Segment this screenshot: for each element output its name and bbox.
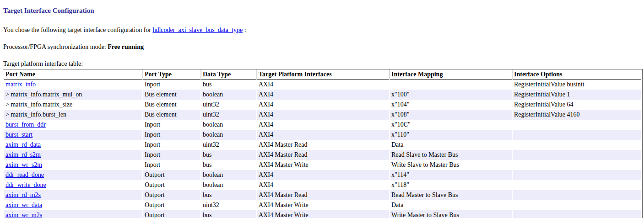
data-type-cell: bus bbox=[201, 80, 256, 90]
data-type-cell: uint32 bbox=[201, 200, 256, 210]
port-name-link[interactable]: axim_rd_s2m bbox=[5, 151, 41, 158]
intro-suffix: : bbox=[243, 27, 246, 33]
interface-mapping-cell: Read Slave to Master Bus bbox=[390, 150, 512, 160]
interface-options-cell: RegisterInitialValue businit bbox=[513, 80, 641, 90]
port-name-cell: axim_rd_data bbox=[4, 140, 142, 150]
target-platform-interface-cell: AXI4 bbox=[257, 180, 389, 190]
table-row: axim_rd_s2mInportbusAXI4 Master ReadRead… bbox=[4, 150, 641, 160]
sync-mode-line: Processor/FPGA synchronization mode: Fre… bbox=[3, 43, 643, 51]
interface-mapping-cell: Data bbox=[390, 200, 512, 210]
data-type-cell: boolean bbox=[201, 130, 256, 140]
port-name-link[interactable]: axim_wr_s2m bbox=[5, 161, 42, 168]
interface-options-cell bbox=[513, 150, 641, 160]
column-header-interface-options: Interface Options bbox=[513, 69, 641, 80]
target-platform-interface-cell: AXI4 Master Read bbox=[257, 140, 389, 150]
port-name-link[interactable]: axim_wr_m2s bbox=[5, 212, 42, 218]
port-name-link[interactable]: ddr_write_done bbox=[5, 181, 46, 188]
interface-mapping-cell: Read Master to Slave Bus bbox=[390, 190, 512, 200]
port-name-cell: axim_rd_s2m bbox=[4, 150, 142, 160]
target-platform-interface-table: Port NamePort TypeData TypeTarget Platfo… bbox=[3, 69, 643, 218]
port-name-link[interactable]: burst_from_ddr bbox=[5, 121, 46, 128]
data-type-cell: boolean bbox=[201, 90, 256, 100]
data-type-cell: uint32 bbox=[201, 100, 256, 110]
interface-mapping-cell: Data bbox=[390, 140, 512, 150]
port-name-link[interactable]: ddr_read_done bbox=[5, 171, 44, 178]
page-title: Target Interface Configuration bbox=[3, 7, 643, 15]
table-row: matrix_infoInportbusAXI4RegisterInitialV… bbox=[4, 80, 641, 90]
table-row: > matrix_info.matrix_sizeBus elementuint… bbox=[4, 100, 641, 110]
port-type-cell: Outport bbox=[143, 190, 200, 200]
target-platform-interface-cell: AXI4 bbox=[257, 120, 389, 130]
port-name-cell: burst_from_ddr bbox=[4, 120, 142, 130]
port-type-cell: Inport bbox=[143, 120, 200, 130]
interface-options-cell bbox=[513, 200, 641, 210]
data-type-cell: boolean bbox=[201, 120, 256, 130]
port-name-link[interactable]: axim_wr_data bbox=[5, 202, 42, 208]
intro-line: You chose the following target interface… bbox=[3, 27, 643, 34]
interface-options-cell bbox=[513, 140, 641, 150]
interface-options-cell bbox=[513, 180, 641, 190]
table-row: axim_rd_dataInportuint32AXI4 Master Read… bbox=[4, 140, 641, 150]
port-type-cell: Inport bbox=[143, 130, 200, 140]
interface-mapping-cell: x"10C" bbox=[390, 120, 512, 130]
target-platform-interface-cell: AXI4 bbox=[257, 110, 389, 120]
sync-mode-value: Free running bbox=[108, 43, 144, 50]
interface-mapping-cell: x"114" bbox=[390, 170, 512, 180]
table-row: ddr_read_doneOutportbooleanAXI4x"114" bbox=[4, 170, 641, 180]
column-header-interface-mapping: Interface Mapping bbox=[390, 69, 512, 80]
port-name-cell: ddr_read_done bbox=[4, 170, 142, 180]
interface-mapping-cell bbox=[390, 80, 512, 90]
interface-mapping-cell: x"110" bbox=[390, 130, 512, 140]
target-platform-interface-cell: AXI4 Master Write bbox=[257, 200, 389, 210]
target-platform-interface-cell: AXI4 Master Write bbox=[257, 160, 389, 170]
port-name-cell: > matrix_info.burst_len bbox=[4, 110, 142, 120]
port-name-cell: axim_wr_m2s bbox=[4, 210, 142, 218]
table-row: axim_wr_s2mInportbusAXI4 Master WriteWri… bbox=[4, 160, 641, 170]
port-name-link[interactable]: burst_start bbox=[5, 131, 32, 138]
table-row: burst_startInportbooleanAXI4x"110" bbox=[4, 130, 641, 140]
interface-mapping-cell: x"118" bbox=[390, 180, 512, 190]
table-row: axim_wr_m2sOutportbusAXI4 Master WriteWr… bbox=[4, 210, 641, 218]
interface-options-cell bbox=[513, 160, 641, 170]
interface-mapping-cell: Write Slave to Master Bus bbox=[390, 160, 512, 170]
port-name-link[interactable]: axim_rd_data bbox=[5, 141, 41, 148]
table-row: burst_from_ddrInportbooleanAXI4x"10C" bbox=[4, 120, 641, 130]
report-page: Target Interface Configuration You chose… bbox=[0, 7, 643, 218]
port-type-cell: Bus element bbox=[143, 110, 200, 120]
port-name-link[interactable]: axim_rd_m2s bbox=[5, 191, 41, 198]
interface-mapping-cell: x"108" bbox=[390, 110, 512, 120]
port-name-cell: axim_rd_m2s bbox=[4, 190, 142, 200]
port-type-cell: Bus element bbox=[143, 90, 200, 100]
interface-options-cell: RegisterInitialValue 1 bbox=[513, 90, 641, 100]
interface-options-cell bbox=[513, 120, 641, 130]
port-name-cell: axim_wr_data bbox=[4, 200, 142, 210]
data-type-cell: uint32 bbox=[201, 110, 256, 120]
target-platform-interface-cell: AXI4 bbox=[257, 100, 389, 110]
interface-table-header-row: Port NamePort TypeData TypeTarget Platfo… bbox=[4, 69, 641, 80]
port-type-cell: Inport bbox=[143, 140, 200, 150]
port-name-link[interactable]: matrix_info bbox=[5, 81, 36, 88]
target-platform-interface-cell: AXI4 bbox=[257, 170, 389, 180]
data-type-cell: bus bbox=[201, 190, 256, 200]
target-platform-interface-cell: AXI4 bbox=[257, 90, 389, 100]
data-type-cell: bus bbox=[201, 160, 256, 170]
port-name-cell: axim_wr_s2m bbox=[4, 160, 142, 170]
table-caption: Target platform interface table: bbox=[3, 60, 643, 68]
interface-options-cell: RegisterInitialValue 4160 bbox=[513, 110, 641, 120]
port-type-cell: Outport bbox=[143, 210, 200, 218]
intro-prefix: You chose the following target interface… bbox=[3, 27, 152, 33]
target-platform-interface-cell: AXI4 Master Write bbox=[257, 210, 389, 218]
port-name-cell: burst_start bbox=[4, 130, 142, 140]
port-name-cell: ddr_write_done bbox=[4, 180, 142, 190]
interface-options-cell bbox=[513, 190, 641, 200]
data-type-cell: uint32 bbox=[201, 140, 256, 150]
port-name-cell: > matrix_info.matrix_size bbox=[4, 100, 142, 110]
model-link[interactable]: hdlcoder_axi_slave_bus_data_type bbox=[152, 27, 243, 33]
port-name-cell: > matrix_info.matrix_mul_on bbox=[4, 90, 142, 100]
table-row: ddr_write_doneOutportbooleanAXI4x"118" bbox=[4, 180, 641, 190]
port-type-cell: Bus element bbox=[143, 100, 200, 110]
column-header-port-type: Port Type bbox=[143, 69, 200, 80]
table-row: > matrix_info.burst_lenBus elementuint32… bbox=[4, 110, 641, 120]
table-row: > matrix_info.matrix_mul_onBus elementbo… bbox=[4, 90, 641, 100]
port-type-cell: Inport bbox=[143, 80, 200, 90]
